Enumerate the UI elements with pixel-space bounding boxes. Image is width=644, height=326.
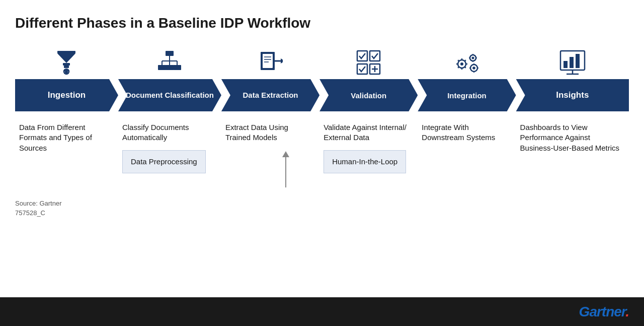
svg-rect-2	[63, 63, 70, 66]
svg-rect-0	[57, 51, 75, 53]
arrow-up	[256, 151, 315, 187]
icons-row	[15, 46, 629, 79]
svg-line-40	[458, 67, 459, 68]
gartner-brand: Gartner	[579, 304, 626, 319]
main-container: Different Phases in a Baseline IDP Workf…	[0, 0, 644, 297]
extraction-icon-slot	[221, 46, 319, 79]
svg-rect-16	[158, 65, 166, 70]
svg-rect-26	[357, 51, 367, 61]
gartner-dot: .	[625, 304, 629, 319]
svg-line-39	[465, 67, 466, 68]
svg-marker-22	[281, 58, 283, 63]
gears-icon	[453, 50, 481, 76]
integration-icon-slot	[418, 46, 516, 79]
banner-validation: Validation	[319, 79, 418, 111]
svg-rect-28	[357, 64, 367, 74]
svg-rect-3	[64, 66, 69, 68]
funnel-icon	[55, 50, 77, 76]
svg-rect-27	[370, 51, 380, 61]
human-loop-box: Human-In-the-Loop	[324, 150, 406, 173]
svg-point-49	[472, 67, 475, 70]
validation-content: Validate Against Internal/ External Data…	[319, 120, 418, 173]
source-text: Source: Gartner	[15, 200, 629, 207]
validation-icon-slot	[319, 46, 418, 79]
source-id: 757528_C	[15, 209, 629, 217]
content-row: Data From Different Formats and Types of…	[15, 120, 629, 187]
doc-class-content: Classify Documents Automatically Data Pr…	[118, 120, 221, 173]
svg-rect-55	[564, 61, 568, 68]
svg-rect-18	[173, 65, 181, 70]
svg-rect-17	[166, 65, 174, 70]
hierarchy-icon	[157, 50, 182, 76]
banner-insights: Insights	[516, 79, 629, 111]
banner-doc-class: Document Classification	[118, 79, 221, 111]
chart-icon	[559, 50, 586, 76]
insights-icon-slot	[516, 46, 629, 79]
svg-line-38	[458, 60, 459, 61]
svg-rect-57	[576, 54, 580, 68]
gartner-logo: Gartner.	[579, 304, 629, 320]
footer: Gartner.	[0, 297, 644, 326]
svg-point-43	[471, 56, 474, 59]
arrow-head	[282, 151, 289, 157]
ingestion-content: Data From Different Formats and Types of…	[15, 120, 118, 153]
banner-row: Ingestion Document Classification Data E…	[15, 79, 629, 111]
svg-point-33	[460, 62, 463, 66]
page-title: Different Phases in a Baseline IDP Workf…	[15, 15, 629, 31]
svg-line-41	[465, 60, 466, 61]
svg-rect-10	[166, 51, 174, 56]
svg-marker-1	[57, 53, 75, 63]
svg-rect-20	[263, 54, 273, 68]
data-preprocessing-box: Data Preprocessing	[122, 150, 206, 173]
doc-class-icon-slot	[118, 46, 221, 79]
extraction-content: Extract Data Using Trained Models	[221, 120, 319, 187]
ingestion-icon-slot	[15, 46, 118, 79]
banner-extraction: Data Extraction	[221, 79, 319, 111]
insights-content: Dashboards to View Performance Against B…	[516, 120, 629, 153]
banner-integration: Integration	[418, 79, 516, 111]
svg-rect-56	[570, 57, 574, 68]
checklist-icon	[356, 50, 381, 76]
arrow-line	[285, 157, 286, 187]
banner-ingestion: Ingestion	[15, 79, 118, 111]
extract-icon	[259, 50, 283, 76]
integration-content: Integrate With Downstream Systems	[418, 120, 516, 143]
